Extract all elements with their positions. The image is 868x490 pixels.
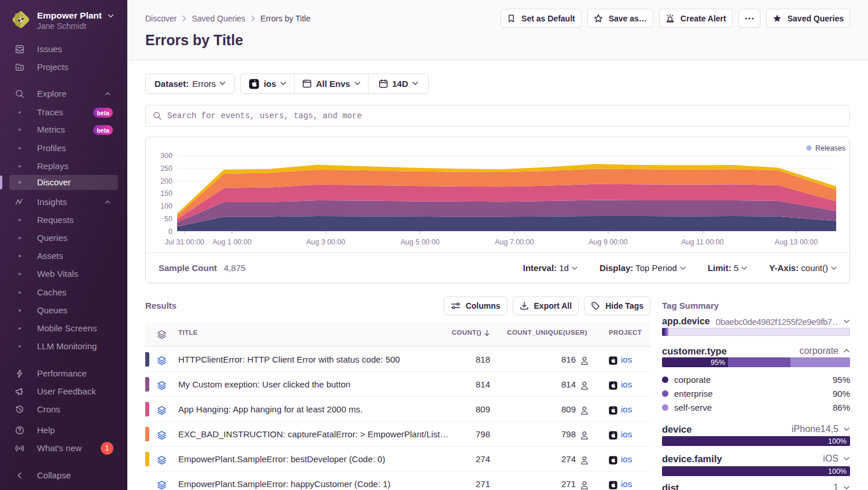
svg-text:0: 0 [168, 228, 172, 236]
svg-text:300: 300 [160, 152, 172, 160]
svg-text:50: 50 [164, 215, 172, 223]
svg-text:Jul 31 00:00: Jul 31 00:00 [165, 238, 204, 246]
svg-text:Aug 3 00:00: Aug 3 00:00 [306, 238, 345, 246]
svg-text:Aug 7 00:00: Aug 7 00:00 [495, 238, 534, 246]
svg-text:200: 200 [160, 177, 172, 185]
svg-text:Aug 13 00:00: Aug 13 00:00 [775, 238, 818, 246]
svg-text:250: 250 [160, 164, 172, 173]
svg-text:Aug 5 00:00: Aug 5 00:00 [400, 238, 439, 246]
svg-text:150: 150 [160, 189, 172, 198]
svg-text:Aug 9 00:00: Aug 9 00:00 [589, 238, 627, 246]
svg-text:Aug 1 00:00: Aug 1 00:00 [212, 238, 251, 246]
svg-text:100: 100 [160, 202, 172, 210]
svg-text:Releases: Releases [815, 144, 845, 152]
svg-text:Aug 11 00:00: Aug 11 00:00 [681, 238, 723, 246]
